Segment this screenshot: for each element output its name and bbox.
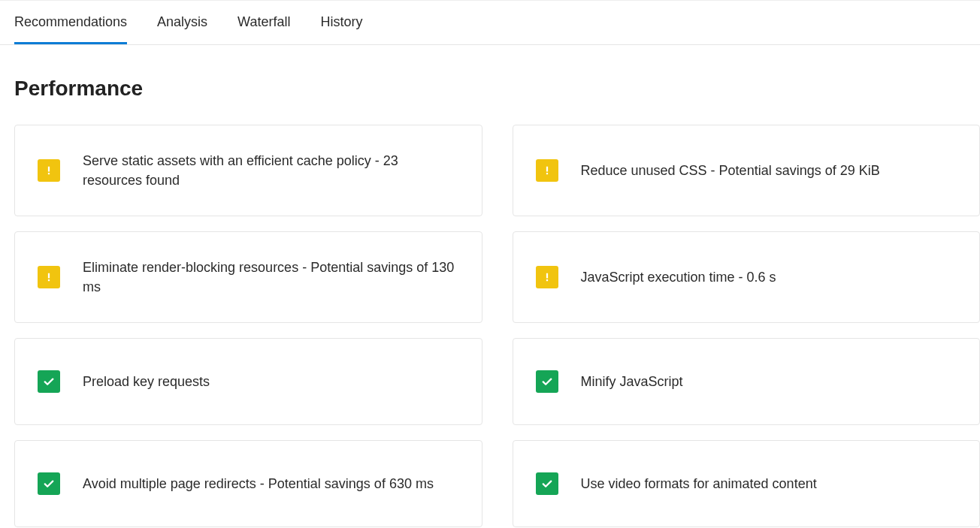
svg-rect-1 <box>48 173 50 174</box>
svg-rect-0 <box>48 167 50 172</box>
svg-rect-3 <box>546 173 547 174</box>
svg-rect-7 <box>546 279 547 281</box>
check-icon <box>536 370 558 393</box>
svg-rect-5 <box>48 279 50 281</box>
warning-icon <box>536 159 558 182</box>
recommendation-text: Avoid multiple page redirects - Potentia… <box>83 474 434 493</box>
recommendation-text: JavaScript execution time - 0.6 s <box>581 267 776 287</box>
svg-rect-2 <box>546 167 547 172</box>
check-icon <box>536 472 558 495</box>
recommendation-text: Use video formats for animated content <box>581 474 817 493</box>
recommendation-card[interactable]: Serve static assets with an efficient ca… <box>14 125 482 216</box>
recommendation-card[interactable]: Use video formats for animated content <box>513 440 981 527</box>
svg-rect-4 <box>48 273 50 279</box>
warning-icon <box>536 266 558 288</box>
recommendation-card[interactable]: JavaScript execution time - 0.6 s <box>513 231 981 323</box>
tab-recommendations[interactable]: Recommendations <box>14 1 127 44</box>
recommendation-card[interactable]: Eliminate render-blocking resources - Po… <box>14 231 482 323</box>
tab-analysis[interactable]: Analysis <box>157 1 207 44</box>
warning-icon <box>38 159 60 182</box>
tab-waterfall[interactable]: Waterfall <box>237 1 290 44</box>
recommendation-card[interactable]: Avoid multiple page redirects - Potentia… <box>14 440 482 527</box>
tab-history[interactable]: History <box>320 1 362 44</box>
check-icon <box>38 472 60 495</box>
svg-rect-6 <box>546 273 547 279</box>
tabs-nav: Recommendations Analysis Waterfall Histo… <box>0 0 980 45</box>
recommendation-text: Preload key requests <box>83 372 210 391</box>
recommendation-card[interactable]: Preload key requests <box>14 338 482 425</box>
performance-cards-grid: Serve static assets with an efficient ca… <box>0 101 980 527</box>
warning-icon <box>38 266 60 288</box>
recommendation-card[interactable]: Reduce unused CSS - Potential savings of… <box>513 125 981 216</box>
recommendation-text: Reduce unused CSS - Potential savings of… <box>581 161 880 180</box>
recommendation-text: Serve static assets with an efficient ca… <box>83 151 459 190</box>
recommendation-card[interactable]: Minify JavaScript <box>513 338 981 425</box>
recommendation-text: Minify JavaScript <box>581 372 683 391</box>
check-icon <box>38 370 60 393</box>
section-title: Performance <box>0 45 980 101</box>
recommendation-text: Eliminate render-blocking resources - Po… <box>83 258 459 297</box>
